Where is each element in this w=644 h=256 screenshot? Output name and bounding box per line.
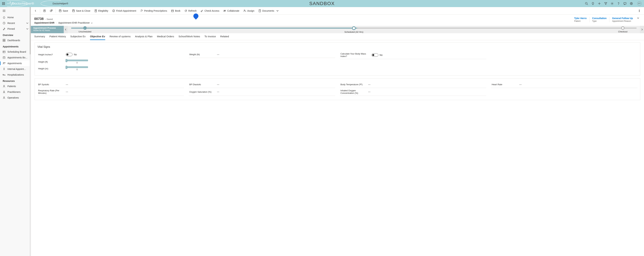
svg-point-3 <box>2 3 3 4</box>
tab-objective-ev[interactable]: Objective Ev <box>90 35 105 40</box>
tab-analysis-plan[interactable]: Analysis & Plan <box>135 35 152 40</box>
svg-point-17 <box>618 4 618 5</box>
sidebar-item-patients[interactable]: Patients <box>0 83 31 89</box>
book-button[interactable]: Book <box>170 7 182 15</box>
overflow-button[interactable] <box>636 7 642 15</box>
save-button[interactable]: Save <box>57 7 70 15</box>
svg-point-0 <box>2 2 3 3</box>
field-inhaled-oxygen[interactable]: Inhaled Oxygen Concentration (%)--- <box>340 88 486 96</box>
tab-patient-history[interactable]: Patient History <box>50 35 66 40</box>
field-label: Calculate Your Body Mass Index? <box>340 53 369 58</box>
sidebar-item-dashboards[interactable]: Dashboards <box>0 38 31 43</box>
sidebar-item-hospitalizations[interactable]: Hospitalizations <box>0 72 31 78</box>
stage-checkout[interactable]: Checkout <box>618 26 628 33</box>
svg-rect-29 <box>3 51 5 53</box>
teaching-icon[interactable] <box>630 2 633 5</box>
field-value: --- <box>66 90 183 93</box>
environment-label: SANDBOX <box>309 1 335 6</box>
help-icon[interactable] <box>617 2 620 5</box>
sidebar-item-pinned[interactable]: Pinned <box>0 26 31 32</box>
field-bp-diastolic[interactable]: BP Diastolic--- <box>189 81 335 88</box>
clipboard-button[interactable] <box>42 7 48 15</box>
stage-next-button[interactable] <box>640 26 644 33</box>
field-bmi-toggle: Calculate Your Body Mass Index? No <box>340 51 486 59</box>
assign-icon <box>244 10 246 12</box>
field-body-temperature[interactable]: Body Temperature (ºF)--- <box>340 81 486 88</box>
app-launcher-icon[interactable] <box>0 2 7 5</box>
pending-prescriptions-button[interactable]: Pending Prescriptions <box>138 7 169 15</box>
tab-school-work-notes[interactable]: School/Work Notes <box>178 35 200 40</box>
tab-review-systems[interactable]: Review of systems <box>110 35 131 40</box>
height-ft-slider[interactable] <box>66 60 88 61</box>
top-banner: DoctorHelper® DoctorHelper® SANDBOX PT <box>0 0 644 7</box>
sidebar-item-appointments-board[interactable]: Appointments Bo... <box>0 55 31 60</box>
search-icon[interactable] <box>585 2 588 5</box>
collaborate-button[interactable]: Collaborate <box>222 7 241 15</box>
field-weight[interactable]: Weight (lb) --- <box>189 51 335 58</box>
chevron-down-icon <box>26 28 29 30</box>
sidebar-toggle[interactable] <box>0 7 31 15</box>
check-access-button[interactable]: Check Access <box>199 7 221 15</box>
record-view[interactable]: Appointment EHR Practitioner <box>58 22 90 24</box>
stage-prev-button[interactable] <box>64 26 68 33</box>
sidebar-item-home[interactable]: Home <box>0 15 31 20</box>
cmd-label: Book <box>175 10 180 12</box>
tab-subjective-ev[interactable]: Subjective Ev <box>70 35 86 40</box>
gear-icon[interactable] <box>610 2 614 5</box>
tab-medical-orders[interactable]: Medical Orders <box>157 35 174 40</box>
back-button[interactable] <box>32 7 38 15</box>
svg-rect-47 <box>50 10 52 12</box>
field-bp-systolic[interactable]: BP Systolic--- <box>38 81 184 88</box>
record-entity: Appointment EHR <box>34 22 54 24</box>
process-name[interactable]: Appointment Process Active for 42 hours <box>31 26 64 33</box>
user-avatar[interactable]: PT <box>637 1 642 6</box>
chevron-down-icon <box>26 22 29 25</box>
tab-summary[interactable]: Summary <box>34 35 45 40</box>
bmi-toggle[interactable] <box>372 53 378 57</box>
kv-key: Appointment Reason <box>612 20 633 22</box>
svg-rect-32 <box>3 57 5 59</box>
elegibility-button[interactable]: Elegibility <box>93 7 110 15</box>
filter-icon[interactable] <box>604 2 607 5</box>
save-close-button[interactable]: Save & Close <box>70 7 92 15</box>
tab-related[interactable]: Related <box>220 35 229 40</box>
add-icon[interactable] <box>598 2 601 5</box>
height-in-slider[interactable] <box>66 66 88 68</box>
field-respiratory-rate[interactable]: Respiratory Rate (Per Minutes)--- <box>38 88 184 96</box>
sidebar-scrollbar-thumb[interactable] <box>30 7 31 54</box>
sidebar-item-recent[interactable]: Recent <box>0 20 31 26</box>
documents-button[interactable]: Documents <box>257 7 280 15</box>
tab-to-invoice[interactable]: To Invoice <box>204 35 216 40</box>
sidebar-item-appointments[interactable]: Appointments <box>0 60 31 66</box>
open-icon <box>50 10 52 12</box>
height-inches-toggle[interactable] <box>66 53 72 56</box>
header-field-type[interactable]: Consultation Type <box>590 17 610 22</box>
page-icon <box>94 10 97 12</box>
sidebar-item-internal-appointments[interactable]: Internal Appoint... <box>0 66 31 72</box>
svg-point-5 <box>4 3 5 4</box>
stage-scheduled[interactable]: Scheduled (42 Hrs) <box>344 26 363 33</box>
sidebar-item-scheduling-board[interactable]: Scheduling Board <box>0 49 31 55</box>
back-icon <box>34 10 37 12</box>
clipboard-icon <box>43 10 46 12</box>
lightbulb-icon[interactable] <box>592 2 594 5</box>
assign-button[interactable]: Assign <box>242 7 256 15</box>
appointment-icon <box>3 62 6 65</box>
header-field-reason[interactable]: General Follow Up Appointment Reason <box>609 17 636 22</box>
key-icon <box>200 10 203 12</box>
chat-icon[interactable] <box>624 2 626 5</box>
header-field-patient[interactable]: Tyler Herro Patient <box>572 17 590 22</box>
cmd-label: Pending Prescriptions <box>144 10 167 12</box>
field-oxygen-saturation[interactable]: Oxygen Saturation (%)--- <box>189 88 335 96</box>
finish-appointment-button[interactable]: Finish Appointment <box>110 7 138 15</box>
sidebar-item-practitioners[interactable]: Practitioners <box>0 89 31 95</box>
cmd-label: Collaborate <box>227 10 240 12</box>
svg-rect-27 <box>3 41 4 42</box>
sidebar-item-operatives[interactable]: Operatives <box>0 95 31 101</box>
field-heart-rate[interactable]: Heart Rate--- <box>491 81 638 88</box>
open-button[interactable] <box>48 7 54 15</box>
save-icon <box>59 10 62 12</box>
stage-unscheduled[interactable]: ✓Unscheduled <box>78 26 91 33</box>
header-expand-button[interactable] <box>636 17 641 19</box>
sidebar-group-appointments: Appointments <box>0 43 31 49</box>
